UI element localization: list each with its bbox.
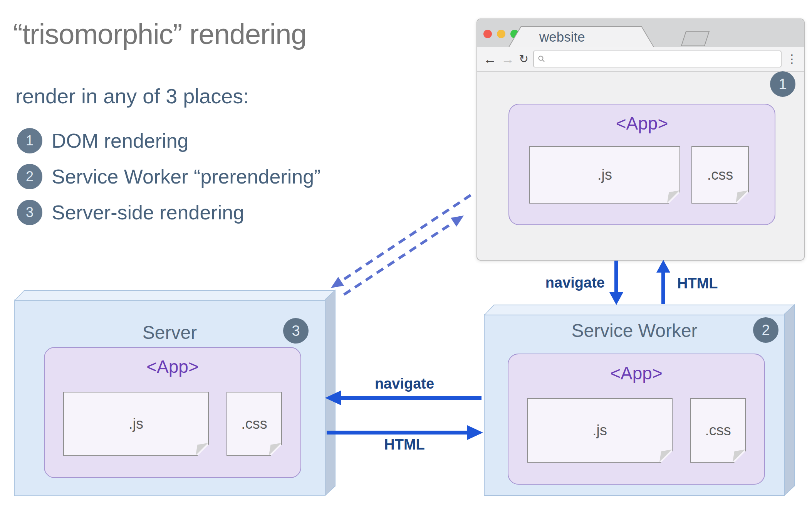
browser-window: website ← → ↻ ⋮ 1 <App> .js .cs [476,19,805,261]
reload-button[interactable]: ↻ [519,53,528,65]
js-file: .js [63,392,209,456]
server-title: Server [15,322,325,343]
page-title: “trisomorphic” rendering [13,18,307,51]
html-right-label: HTML [347,436,462,453]
service-worker-box-right-face [784,304,795,496]
close-window-button[interactable] [483,30,492,38]
list-item: 2 Service Worker “prerendering” [17,158,320,194]
server-app-box: <App> .js .css [44,347,301,478]
browser-toolbar: ← → ↻ ⋮ [477,47,804,72]
app-component-label: <App> [508,363,764,384]
navigate-left-arrow [325,391,481,405]
render-places-list: 1 DOM rendering 2 Service Worker “preren… [17,123,320,230]
new-tab-button[interactable] [681,31,710,46]
list-item-label: Server-side rendering [52,201,244,224]
service-worker-title: Service Worker [485,320,784,341]
browser-tab[interactable]: website [509,27,653,47]
app-component-label: <App> [509,113,775,134]
css-file-label: .css [705,422,731,439]
service-worker-app-box: <App> .js .css [508,354,765,485]
html-up-label: HTML [677,275,718,292]
js-file-label: .js [597,167,612,183]
list-item: 3 Server-side rendering [17,194,320,230]
server-box: Server 3 <App> .js .css [14,300,325,496]
list-item-label: Service Worker “prerendering” [52,165,320,188]
list-item-label: DOM rendering [52,129,188,152]
app-component-label: <App> [45,356,300,377]
css-file: .css [226,392,282,456]
step-badge-2: 2 [753,317,778,343]
server-box-top-face [14,290,336,301]
search-icon [538,55,545,63]
list-badge-2: 2 [17,164,42,189]
server-box-right-face [325,290,336,496]
forward-button[interactable]: → [501,52,514,66]
navigate-left-label: navigate [347,376,462,392]
back-button[interactable]: ← [483,52,497,66]
browser-titlebar: website [477,19,804,47]
slide-canvas: “trisomorphic” rendering render in any o… [0,0,812,512]
list-badge-3: 3 [17,200,42,225]
js-file-label: .js [129,416,143,432]
minimize-window-button[interactable] [497,30,505,38]
js-file-label: .js [592,422,607,439]
service-worker-box: Service Worker 2 <App> .js .css [484,314,785,496]
css-file: .css [690,398,746,463]
page-subtitle: render in any of 3 places: [15,84,249,108]
js-file: .js [527,398,673,463]
css-file: .css [691,146,749,204]
navigate-down-arrow [609,261,623,305]
url-input[interactable] [549,53,777,65]
tab-title: website [539,29,585,45]
service-worker-box-top-face [484,305,795,315]
navigate-down-label: navigate [516,275,605,291]
list-badge-1: 1 [17,128,42,153]
browser-menu-button[interactable]: ⋮ [786,53,798,65]
dashed-arrow-to-browser [344,216,464,295]
dashed-arrow-to-server [331,195,471,288]
css-file-label: .css [707,167,733,183]
js-file: .js [529,146,680,204]
step-badge-1: 1 [770,71,795,97]
html-up-arrow [656,260,670,304]
step-badge-3: 3 [283,318,309,344]
browser-app-box: <App> .js .css [508,104,775,225]
url-bar[interactable] [533,51,782,67]
css-file-label: .css [241,416,267,432]
list-item: 1 DOM rendering [17,123,320,158]
